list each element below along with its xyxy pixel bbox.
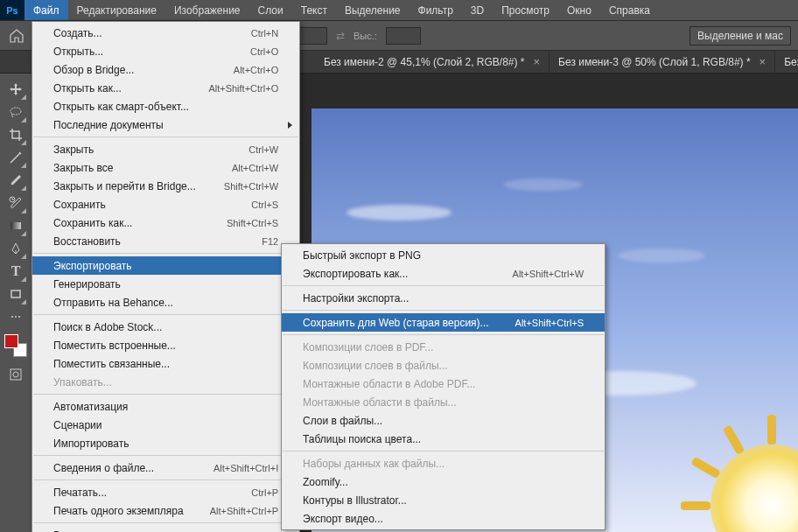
close-icon[interactable]: × [534,55,541,68]
swap-icon[interactable]: ⇄ [336,30,345,42]
file-menu-item[interactable]: Закрыть и перейти в Bridge...Shift+Ctrl+… [32,177,299,195]
menu-item-shortcut: F12 [262,236,278,247]
file-menu-item[interactable]: ВыходCtrl+Q [32,526,299,532]
file-menu-item[interactable]: Последние документы [32,116,299,134]
file-menu-item[interactable]: Открыть...Ctrl+O [32,42,299,60]
file-menu-item[interactable]: Открыть как...Alt+Shift+Ctrl+O [32,79,299,97]
file-menu-item[interactable]: Поместить встроенные... [32,336,299,354]
file-menu-item[interactable]: Печать одного экземпляраAlt+Shift+Ctrl+P [32,501,299,520]
menubar-item-изображение[interactable]: Изображение [165,0,249,20]
eyedropper-tool-icon[interactable] [5,147,26,168]
menu-item-label: Автоматизация [53,401,278,413]
document-tab[interactable]: Без имени-2 @ 45,1% (Слой 2, RGB/8#) *× [315,51,550,73]
menu-separator [33,314,298,315]
export-menu-item[interactable]: Сохранить для Web (старая версия)...Alt+… [282,313,605,332]
svg-rect-2 [10,222,21,229]
lasso-tool-icon[interactable] [5,102,26,122]
file-menu-item[interactable]: Поиск в Adobe Stock... [32,318,299,336]
menu-item-label: Генерировать [53,278,278,290]
crop-tool-icon[interactable] [5,124,26,145]
menubar-item-выделение[interactable]: Выделение [336,0,410,20]
file-menu-item[interactable]: Создать...Ctrl+N [32,24,299,42]
file-menu-item[interactable]: СохранитьCtrl+S [32,195,299,214]
export-menu-item[interactable]: Настройки экспорта... [282,289,605,307]
file-menu-item[interactable]: Открыть как смарт-объект... [32,97,299,116]
move-tool-icon[interactable] [5,79,26,100]
file-menu-item[interactable]: ЗакрытьCtrl+W [32,140,299,158]
home-icon[interactable] [7,26,26,46]
menu-item-label: Слои в файлы... [303,415,584,427]
document-tab[interactable]: Без имени-3 @ 50% (Слой 1, RGB/8#) *× [550,51,775,73]
menubar-item-справка[interactable]: Справка [600,0,659,20]
export-menu-item[interactable]: Zoomify... [282,472,605,491]
export-menu-item[interactable]: Контуры в Illustrator... [282,491,605,509]
svg-point-0 [10,108,21,115]
export-menu-item[interactable]: Слои в файлы... [282,411,605,430]
select-and-mask-button[interactable]: Выделение и мас [690,26,791,46]
file-menu-item[interactable]: Сценарии [32,416,299,434]
export-menu-item[interactable]: Экспортировать как...Alt+Shift+Ctrl+W [282,264,605,283]
history-brush-tool-icon[interactable] [5,192,26,214]
menubar-item-файл[interactable]: Файл [24,0,68,20]
menubar-item-слои[interactable]: Слои [249,0,292,20]
menu-item-label: Обзор в Bridge... [53,64,207,76]
file-menu-item[interactable]: Печатать...Ctrl+P [32,483,299,501]
menu-item-label: Композиции слоев в файлы... [303,360,584,372]
menu-separator [283,310,604,311]
rectangle-tool-icon[interactable] [5,284,26,304]
close-icon[interactable]: × [760,55,766,68]
menu-bar: Ps ФайлРедактированиеИзображениеСлоиТекс… [0,0,798,21]
menu-item-shortcut: Ctrl+N [251,28,278,38]
submenu-arrow-icon [288,122,292,129]
file-menu-item[interactable]: Экспортировать [32,256,299,275]
menu-item-label: Монтажные области в файлы... [303,396,584,409]
gradient-tool-icon[interactable] [5,215,26,236]
svg-rect-7 [10,369,21,380]
file-menu-item[interactable]: Автоматизация [32,397,299,416]
dots-icon[interactable] [5,306,26,327]
file-menu-item[interactable]: Генерировать [32,275,299,293]
file-menu-item[interactable]: Сохранить как...Shift+Ctrl+S [32,214,299,232]
menu-item-shortcut: Shift+Ctrl+S [227,218,278,228]
menu-separator [33,455,298,456]
quickmask-icon[interactable] [5,364,26,385]
file-menu-item[interactable]: Отправить на Behance... [32,293,299,312]
menu-item-shortcut: Alt+Shift+Ctrl+P [210,506,279,516]
export-menu-item[interactable]: Экспорт видео... [282,509,605,528]
pen-tool-icon[interactable] [5,238,26,259]
menubar-item-фильтр[interactable]: Фильтр [410,0,462,20]
export-menu-item: Композиции слоев в файлы... [282,356,605,374]
tools-panel: T [0,74,32,385]
document-tab[interactable]: Без им [775,51,798,73]
brush-tool-icon[interactable] [5,170,26,191]
file-menu-item[interactable]: Импортировать [32,434,299,452]
file-menu-item[interactable]: Сведения о файле...Alt+Shift+Ctrl+I [32,458,299,477]
file-menu-item[interactable]: ВосстановитьF12 [32,232,299,250]
file-menu-item[interactable]: Обзор в Bridge...Alt+Ctrl+O [32,60,299,79]
file-menu-item[interactable]: Поместить связанные... [32,354,299,373]
menu-item-label: Восстановить [53,235,235,248]
menu-separator [33,136,298,137]
menu-item-label: Выход [53,529,224,533]
file-menu-item[interactable]: Закрыть всеAlt+Ctrl+W [32,158,299,177]
type-tool-icon[interactable]: T [5,261,26,282]
menu-item-label: Контуры в Illustrator... [303,494,584,507]
menubar-item-окно[interactable]: Окно [558,0,600,20]
menubar-item-3d[interactable]: 3D [462,0,493,20]
menubar-item-редактирование[interactable]: Редактирование [68,0,165,20]
menu-item-label: Открыть... [53,46,224,58]
menu-item-shortcut: Alt+Ctrl+W [232,163,278,173]
menubar-item-просмотр[interactable]: Просмотр [493,0,558,20]
menu-item-label: Импортировать [53,438,278,450]
menu-item-label: Печатать... [53,486,225,499]
menubar-item-текст[interactable]: Текст [292,0,336,20]
export-menu-item[interactable]: Быстрый экспорт в PNG [282,246,605,264]
export-menu-item[interactable]: Таблицы поиска цвета... [282,430,605,448]
export-submenu: Быстрый экспорт в PNGЭкспортировать как.… [281,243,606,530]
height-input[interactable] [386,27,421,45]
color-swatches[interactable] [4,334,27,357]
foreground-color-swatch[interactable] [4,334,18,348]
menu-item-label: Поместить встроенные... [53,340,278,352]
menu-item-label: Таблицы поиска цвета... [303,433,584,445]
menu-item-shortcut: Alt+Shift+Ctrl+I [214,463,278,473]
